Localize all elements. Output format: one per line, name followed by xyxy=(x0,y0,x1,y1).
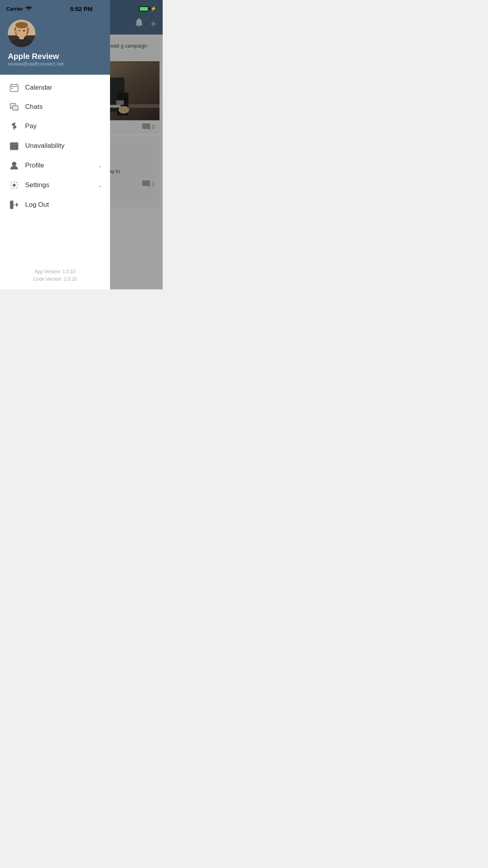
calendar-label: Calendar xyxy=(25,84,102,92)
calendar-icon xyxy=(8,83,20,92)
user-email: review@staffconnect.net xyxy=(8,61,102,67)
chats-label: Chats xyxy=(25,103,102,111)
time-label: 5:52 PM xyxy=(70,6,93,12)
pay-icon xyxy=(8,122,20,131)
sidebar-item-chats[interactable]: Chats xyxy=(0,97,110,116)
status-bar-left: Carrier xyxy=(6,6,32,12)
settings-label: Settings xyxy=(25,181,97,189)
svg-point-14 xyxy=(23,30,25,31)
version-info: App Version: 1.0.10 Code Version: 2.0.10 xyxy=(0,262,110,289)
profile-chevron-icon: ⌄ xyxy=(97,162,102,169)
bolt-icon: ⚡ xyxy=(150,6,156,11)
svg-rect-20 xyxy=(11,88,13,89)
svg-point-31 xyxy=(13,184,15,186)
sidebar-item-settings[interactable]: Settings ⌄ xyxy=(0,175,110,195)
app-version: App Version: 1.0.10 xyxy=(6,268,104,276)
sidebar-item-profile[interactable]: Profile ⌄ xyxy=(0,156,110,175)
status-bar: Carrier 5:52 PM ⚡ xyxy=(0,0,163,17)
chat-icon xyxy=(8,103,20,111)
sidebar-item-pay[interactable]: Pay xyxy=(0,116,110,136)
battery-icon xyxy=(139,6,149,11)
carrier-label: Carrier xyxy=(6,6,23,12)
unavailability-label: Unavailability xyxy=(25,142,102,150)
sidebar: Apple Review review@staffconnect.net Cal… xyxy=(0,0,110,289)
status-bar-right: ⚡ xyxy=(139,6,156,11)
code-version: Code Version: 2.0.10 xyxy=(6,276,104,283)
pay-label: Pay xyxy=(25,122,102,130)
svg-point-12 xyxy=(15,22,28,28)
svg-point-30 xyxy=(12,162,16,166)
sidebar-item-calendar[interactable]: Calendar xyxy=(0,78,110,97)
settings-chevron-icon: ⌄ xyxy=(97,182,102,188)
user-name: Apple Review xyxy=(8,52,102,61)
svg-point-15 xyxy=(15,29,20,33)
sidebar-item-unavailability[interactable]: Unavailability xyxy=(0,136,110,156)
profile-icon xyxy=(8,161,20,170)
settings-icon xyxy=(8,181,20,189)
user-info: Apple Review review@staffconnect.net xyxy=(8,52,102,67)
unavailability-icon xyxy=(8,142,20,150)
logout-icon xyxy=(8,200,20,209)
profile-label: Profile xyxy=(25,162,97,169)
avatar xyxy=(8,20,35,47)
svg-rect-24 xyxy=(10,143,18,150)
sidebar-item-logout[interactable]: Log Out xyxy=(0,195,110,215)
svg-rect-22 xyxy=(13,106,18,110)
main-wrapper: Carrier 5:52 PM ⚡ + xyxy=(0,0,163,289)
nav-list: Calendar Chats xyxy=(0,75,110,262)
wifi-icon xyxy=(26,6,32,12)
logout-label: Log Out xyxy=(25,201,102,209)
